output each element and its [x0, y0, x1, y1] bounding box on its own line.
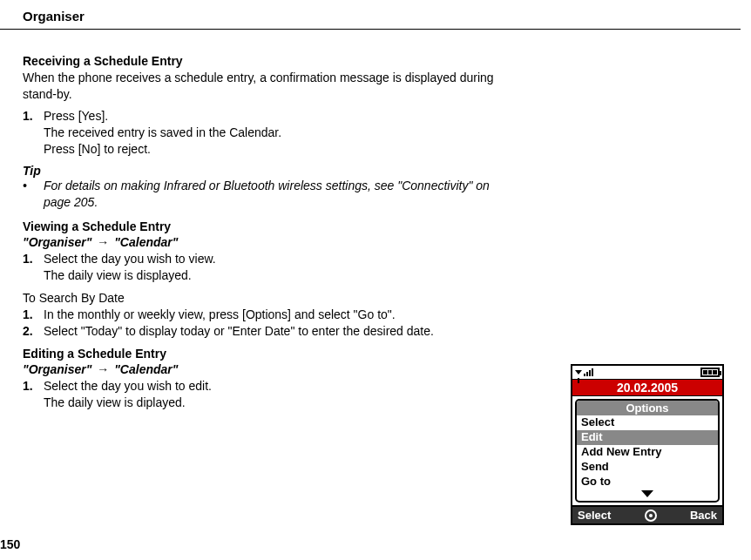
- phone-mockup: 20.02.2005 Options Select Edit Add New E…: [571, 364, 724, 525]
- nav-center-icon[interactable]: [645, 509, 657, 522]
- step-sub: Press [No] to reject.: [44, 141, 531, 158]
- crumb: "Calendar": [114, 235, 178, 249]
- list-item: 1. Press [Yes].: [23, 108, 531, 125]
- bullet: •: [23, 178, 44, 211]
- section-viewing: Viewing a Schedule Entry "Organiser" → "…: [23, 219, 531, 284]
- menu-item-send[interactable]: Send: [577, 460, 718, 475]
- text: page 205.: [44, 195, 98, 209]
- status-bar: [571, 364, 724, 380]
- menu-item-select[interactable]: Select: [577, 415, 718, 430]
- menu-item-add-new-entry[interactable]: Add New Entry: [577, 445, 718, 460]
- list-item: 1. Select the day you wish to edit.: [23, 378, 531, 395]
- breadcrumb: "Organiser" → "Calendar": [23, 235, 531, 249]
- menu-item-go-to[interactable]: Go to: [577, 475, 718, 489]
- list-item: 1. In the monthly or weekly view, press …: [23, 307, 531, 323]
- crumb: "Organiser": [23, 362, 91, 376]
- tip-block: Tip • For details on making Infrared or …: [23, 164, 531, 211]
- crumb: "Calendar": [114, 362, 178, 376]
- step-number: 1.: [23, 251, 44, 267]
- receiving-steps: 1. Press [Yes]. The received entry is sa…: [23, 108, 531, 158]
- tip-text: For details on making Infrared or Blueto…: [44, 178, 490, 211]
- section-search: To Search By Date 1. In the monthly or w…: [23, 291, 531, 340]
- step-text: Select the day you wish to view.: [44, 251, 531, 267]
- softkey-left[interactable]: Select: [578, 509, 611, 522]
- step-sub: The received entry is saved in the Calen…: [44, 125, 531, 141]
- list-item: 1. Select the day you wish to view.: [23, 251, 531, 267]
- main-content: Receiving a Schedule Entry When the phon…: [0, 30, 540, 427]
- softkey-bar: Select Back: [571, 507, 724, 525]
- step-text: In the monthly or weekly view, press [Op…: [44, 307, 531, 323]
- viewing-title: Viewing a Schedule Entry: [23, 219, 531, 233]
- step-sub: The daily view is diplayed.: [44, 395, 531, 411]
- crumb: "Organiser": [23, 235, 91, 249]
- list-item: 2. Select "Today" to display today or "E…: [23, 323, 531, 340]
- step-number: 2.: [23, 323, 44, 340]
- signal-icon: [575, 368, 593, 376]
- page-header: Organiser: [0, 0, 741, 30]
- menu-area: Options Select Edit Add New Entry Send G…: [571, 395, 724, 507]
- battery-icon: [700, 368, 720, 377]
- search-steps: 1. In the monthly or weekly view, press …: [23, 307, 531, 340]
- softkey-right[interactable]: Back: [690, 509, 717, 522]
- tip-body: • For details on making Infrared or Blue…: [23, 178, 531, 211]
- text: stand-by.: [23, 87, 72, 101]
- viewing-steps: 1. Select the day you wish to view. The …: [23, 251, 531, 284]
- step-text: Press [Yes].: [44, 108, 531, 125]
- step-sub: The daily view is displayed.: [44, 267, 531, 284]
- menu-item-edit[interactable]: Edit: [577, 430, 718, 445]
- receiving-intro: When the phone receives a schedule entry…: [23, 70, 531, 103]
- step-text: Select "Today" to display today or "Ente…: [44, 323, 531, 340]
- text: For details on making Infrared or Blueto…: [44, 179, 490, 192]
- arrow-icon: →: [97, 235, 109, 249]
- search-heading: To Search By Date: [23, 291, 531, 305]
- page-number: 150: [0, 537, 20, 551]
- editing-steps: 1. Select the day you wish to edit. The …: [23, 378, 531, 411]
- receiving-title: Receiving a Schedule Entry: [23, 54, 531, 68]
- options-menu: Options Select Edit Add New Entry Send G…: [575, 399, 720, 503]
- step-text: Select the day you wish to edit.: [44, 378, 531, 395]
- breadcrumb: "Organiser" → "Calendar": [23, 362, 531, 376]
- section-editing: Editing a Schedule Entry "Organiser" → "…: [23, 347, 531, 411]
- step-number: 1.: [23, 307, 44, 323]
- step-number: 1.: [23, 378, 44, 395]
- section-receiving: Receiving a Schedule Entry When the phon…: [23, 54, 531, 157]
- editing-title: Editing a Schedule Entry: [23, 347, 531, 361]
- menu-scroll-down-icon[interactable]: [577, 489, 718, 501]
- menu-title: Options: [577, 401, 718, 415]
- screen-date: 20.02.2005: [571, 380, 724, 395]
- step-number: 1.: [23, 108, 44, 125]
- tip-label: Tip: [23, 164, 531, 178]
- text: When the phone receives a schedule entry…: [23, 71, 494, 84]
- arrow-icon: →: [97, 362, 109, 376]
